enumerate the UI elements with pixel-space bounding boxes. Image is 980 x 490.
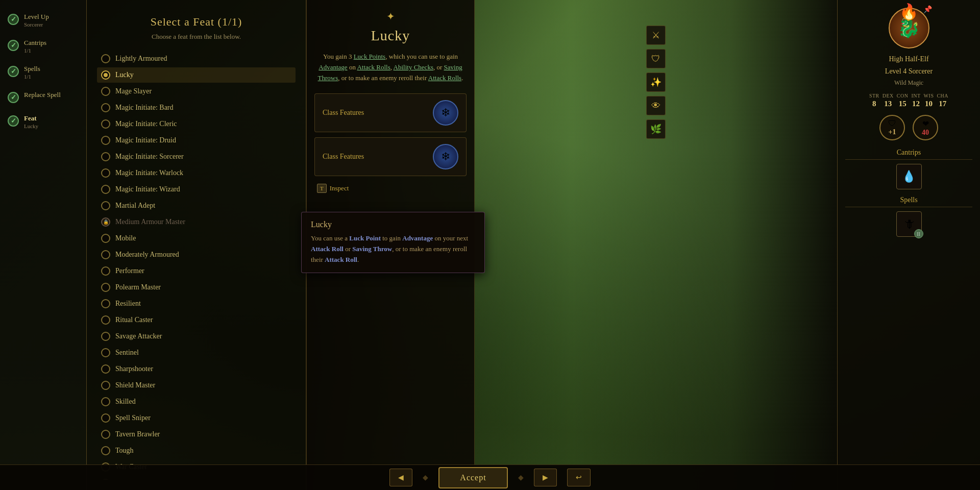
- feat-name-sharpshooter: Sharpshooter: [115, 365, 153, 373]
- sidebar-icon-magic[interactable]: ✨: [646, 72, 666, 92]
- step-sublabel-spells: 1/1: [24, 74, 40, 80]
- step-label-spells: Spells: [24, 65, 40, 74]
- feat-item-spell-sniper[interactable]: Spell Sniper: [97, 410, 296, 426]
- feat-name-ritual-caster: Ritual Caster: [115, 316, 153, 324]
- feat-item-medium-armour-master[interactable]: Medium Armour Master: [97, 214, 296, 230]
- resource-ac: 🛡 +1: [879, 115, 905, 140]
- feat-item-polearm-master[interactable]: Polearm Master: [97, 280, 296, 295]
- feat-item-tavern-brawler[interactable]: Tavern Brawler: [97, 427, 296, 442]
- cantrips-row: 💧: [896, 164, 922, 189]
- feat-name-magic-initiate-sorcerer: Magic Initiate: Sorcerer: [115, 153, 184, 161]
- class-feature-label-2: Class Features: [323, 153, 427, 161]
- tooltip-text: You can use a Luck Point to gain Advanta…: [311, 233, 475, 265]
- sidebar-icon-shield[interactable]: 🛡: [646, 49, 666, 68]
- char-resources: 🛡 +1 ❤ 40: [879, 115, 938, 140]
- flame-icon: 🔥: [899, 3, 918, 20]
- step-label-level-up: Level Up: [24, 13, 49, 21]
- step-cantrips: Cantrips 1/1: [8, 36, 79, 56]
- feat-item-ritual-caster[interactable]: Ritual Caster: [97, 312, 296, 328]
- hp-icon: ❤: [922, 119, 929, 129]
- feat-name-resilient: Resilient: [115, 300, 141, 308]
- feat-item-magic-initiate-warlock[interactable]: Magic Initiate: Warlock: [97, 165, 296, 181]
- feat-item-magic-initiate-cleric[interactable]: Magic Initiate: Cleric: [97, 116, 296, 132]
- character-class: Level 4 Sorcerer: [885, 66, 933, 77]
- feat-radio-magic-initiate-warlock: [101, 168, 110, 178]
- feat-radio-sharpshooter: [101, 364, 110, 374]
- feat-item-skilled[interactable]: Skilled: [97, 394, 296, 409]
- inspect-key: T: [317, 184, 327, 193]
- feat-radio-magic-initiate-druid: [101, 136, 110, 145]
- lucky-tooltip: Lucky You can use a Luck Point to gain A…: [301, 212, 485, 273]
- stat-dex: DEX 13: [883, 93, 894, 108]
- sidebar-icon-eye[interactable]: 👁: [646, 96, 666, 115]
- sidebar-icon-leaf[interactable]: 🌿: [646, 119, 666, 139]
- undo-button[interactable]: ↩: [567, 469, 591, 486]
- step-check-spells: [8, 66, 19, 77]
- feat-radio-skilled: [101, 397, 110, 406]
- feat-radio-magic-initiate-wizard: [101, 185, 110, 194]
- feat-item-magic-initiate-wizard[interactable]: Magic Initiate: Wizard: [97, 182, 296, 197]
- inspect-label: Inspect: [330, 184, 349, 192]
- pin-button[interactable]: 📌: [923, 5, 932, 14]
- bottom-divider-2: ◆: [518, 473, 524, 482]
- back-button[interactable]: ◀: [389, 469, 412, 486]
- hp-value: 40: [922, 129, 929, 137]
- feat-item-shield-master[interactable]: Shield Master: [97, 378, 296, 393]
- feat-item-lightly-armoured[interactable]: Lightly Armoured: [97, 51, 296, 66]
- feat-item-martial-adept[interactable]: Martial Adept: [97, 198, 296, 213]
- feat-name-shield-master: Shield Master: [115, 381, 155, 389]
- feat-item-mobile[interactable]: Mobile: [97, 231, 296, 246]
- feat-radio-medium-armour-master: [101, 217, 110, 227]
- feat-list-panel: Select a Feat (1/1) Choose a feat from t…: [87, 0, 306, 490]
- feat-name-magic-initiate-cleric: Magic Initiate: Cleric: [115, 120, 177, 128]
- feat-radio-magic-initiate-sorcerer: [101, 152, 110, 161]
- feat-item-sentinel[interactable]: Sentinel: [97, 345, 296, 360]
- step-spells: Spells 1/1: [8, 62, 79, 82]
- feat-panel-subtitle: Choose a feat from the list below.: [97, 33, 296, 41]
- feat-item-sharpshooter[interactable]: Sharpshooter: [97, 361, 296, 377]
- feat-item-moderately-armoured[interactable]: Moderately Armoured: [97, 247, 296, 262]
- class-feature-icon-1: ❄: [433, 100, 458, 126]
- character-race: High Half-Elf: [889, 54, 928, 64]
- accept-button[interactable]: Accept: [438, 467, 507, 488]
- spells-row: 🗡 II: [896, 211, 922, 237]
- feat-item-mage-slayer[interactable]: Mage Slayer: [97, 84, 296, 99]
- feat-item-tough[interactable]: Tough: [97, 443, 296, 458]
- step-feat: Feat Lucky: [8, 112, 79, 132]
- forward-button[interactable]: ▶: [534, 469, 557, 486]
- feat-item-magic-initiate-bard[interactable]: Magic Initiate: Bard: [97, 100, 296, 115]
- feat-radio-performer: [101, 266, 110, 276]
- feat-radio-martial-adept: [101, 201, 110, 210]
- feat-radio-tough: [101, 446, 110, 455]
- step-label-feat: Feat: [24, 114, 38, 123]
- stat-wis: WIS 10: [924, 93, 934, 108]
- forward-icon: ▶: [543, 473, 548, 482]
- sidebar-icon-sword[interactable]: ⚔: [646, 26, 666, 45]
- tooltip-title: Lucky: [311, 220, 475, 229]
- sidebar-icons: ⚔ 🛡 ✨ 👁 🌿: [643, 26, 669, 139]
- step-check-level-up: [8, 14, 19, 25]
- step-sublabel-level-up: Sorcerer: [24, 21, 49, 28]
- feat-item-resilient[interactable]: Resilient: [97, 296, 296, 311]
- feat-panel-title: Select a Feat (1/1): [97, 15, 296, 29]
- feat-list: Lightly Armoured Lucky Mage Slayer Magic…: [97, 51, 296, 480]
- feat-radio-sentinel: [101, 348, 110, 357]
- feat-name-tavern-brawler: Tavern Brawler: [115, 430, 160, 438]
- feat-radio-resilient: [101, 299, 110, 308]
- ac-value: +1: [889, 128, 896, 136]
- feat-name-moderately-armoured: Moderately Armoured: [115, 251, 179, 259]
- feat-name-savage-attacker: Savage Attacker: [115, 332, 162, 340]
- class-feature-box-2: Class Features ❄: [314, 137, 467, 176]
- stat-con-label: CON: [897, 93, 909, 99]
- feat-radio-tavern-brawler: [101, 430, 110, 439]
- inspect-button[interactable]: T Inspect: [317, 184, 349, 193]
- feat-item-savage-attacker[interactable]: Savage Attacker: [97, 329, 296, 344]
- spell-badge: II: [914, 229, 923, 238]
- feat-item-performer[interactable]: Performer: [97, 263, 296, 279]
- feat-item-lucky[interactable]: Lucky: [97, 67, 296, 83]
- feat-radio-polearm-master: [101, 283, 110, 292]
- feat-item-magic-initiate-druid[interactable]: Magic Initiate: Druid: [97, 133, 296, 148]
- step-label-replace-spell: Replace Spell: [24, 91, 61, 100]
- feat-item-magic-initiate-sorcerer[interactable]: Magic Initiate: Sorcerer: [97, 149, 296, 164]
- class-feature-box-1: Class Features ❄: [314, 93, 467, 132]
